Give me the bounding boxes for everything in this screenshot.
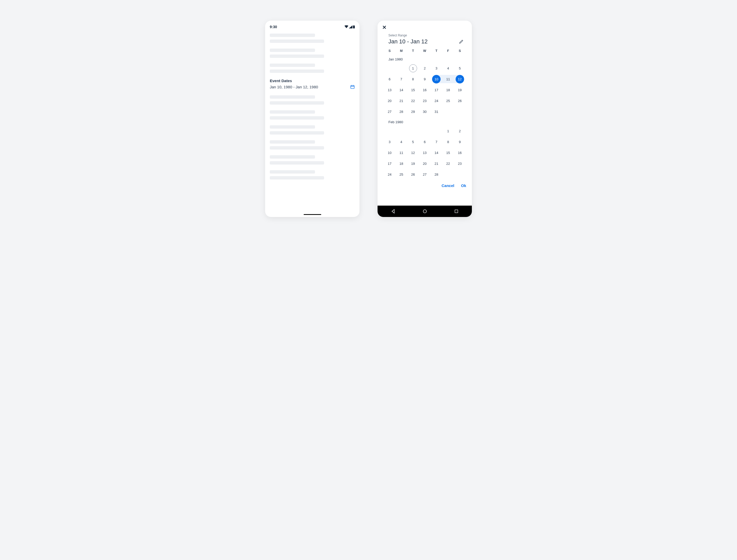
day-number: 16 — [423, 88, 427, 92]
day-cell[interactable]: 26 — [407, 170, 419, 179]
day-cell[interactable]: 30 — [419, 107, 431, 116]
day-cell[interactable]: 9 — [454, 137, 466, 146]
day-cell[interactable]: 15 — [442, 148, 454, 157]
day-cell[interactable]: 17 — [431, 85, 442, 94]
weekday-row: SMTWTFS — [378, 49, 472, 53]
day-cell[interactable]: 13 — [384, 85, 396, 94]
day-cell[interactable]: 25 — [396, 170, 407, 179]
day-cell[interactable]: 14 — [431, 148, 442, 157]
ok-button[interactable]: Ok — [461, 183, 466, 188]
day-cell[interactable]: 8 — [407, 75, 419, 83]
day-cell[interactable]: 7 — [431, 137, 442, 146]
day-cell[interactable]: 21 — [396, 96, 407, 105]
day-cell[interactable]: 22 — [442, 159, 454, 168]
weekday-label: S — [384, 49, 396, 53]
nav-back-icon[interactable] — [391, 209, 396, 214]
day-cell[interactable]: 16 — [419, 85, 431, 94]
day-number: 9 — [459, 140, 461, 144]
day-cell[interactable]: 9 — [419, 75, 431, 83]
day-number: 21 — [400, 99, 403, 103]
day-cell[interactable]: 20 — [419, 159, 431, 168]
phone-date-picker: ✕ Select Range Jan 10 - Jan 12 SMTWTFS J… — [378, 21, 472, 217]
day-cell[interactable]: 6 — [419, 137, 431, 146]
day-cell[interactable]: 18 — [442, 85, 454, 94]
skeleton-line — [270, 116, 324, 120]
skeleton-group — [270, 125, 355, 135]
skeleton-group — [270, 64, 355, 73]
svg-rect-2 — [351, 85, 354, 89]
day-number: 2 — [424, 66, 426, 70]
day-number: 25 — [446, 99, 450, 103]
skeleton-group — [270, 95, 355, 105]
day-cell[interactable]: 5 — [454, 64, 466, 73]
day-cell[interactable]: 26 — [454, 96, 466, 105]
day-cell[interactable]: 21 — [431, 159, 442, 168]
calendar-icon[interactable] — [350, 84, 355, 89]
day-empty — [396, 127, 407, 135]
day-cell[interactable]: 27 — [384, 107, 396, 116]
day-cell[interactable]: 16 — [454, 148, 466, 157]
month-label: Feb 1980 — [378, 119, 472, 127]
close-icon[interactable]: ✕ — [382, 25, 387, 30]
event-dates-field[interactable]: Event Dates Jan 10, 1980 - Jan 12, 1980 — [270, 79, 355, 89]
day-cell[interactable]: 7 — [396, 75, 407, 83]
day-cell[interactable]: 1 — [407, 64, 419, 73]
day-number: 22 — [411, 99, 415, 103]
day-cell[interactable]: 10 — [384, 148, 396, 157]
day-cell[interactable]: 6 — [384, 75, 396, 83]
day-cell[interactable]: 29 — [407, 107, 419, 116]
day-number: 30 — [423, 110, 427, 114]
day-number: 22 — [446, 162, 450, 166]
day-number: 12 — [411, 151, 415, 155]
day-cell[interactable]: 1 — [442, 127, 454, 135]
skeleton-line — [270, 95, 315, 99]
day-cell[interactable]: 12 — [454, 75, 466, 83]
day-cell[interactable]: 28 — [431, 170, 442, 179]
select-range-label: Select Range — [389, 34, 428, 37]
day-cell[interactable]: 13 — [419, 148, 431, 157]
day-cell[interactable]: 31 — [431, 107, 442, 116]
day-cell[interactable]: 5 — [407, 137, 419, 146]
day-cell[interactable]: 4 — [396, 137, 407, 146]
day-cell[interactable]: 3 — [431, 64, 442, 73]
edit-icon[interactable] — [459, 39, 464, 45]
day-number: 10 — [435, 77, 438, 81]
nav-recent-icon[interactable] — [454, 209, 459, 213]
day-cell[interactable]: 2 — [454, 127, 466, 135]
day-cell[interactable]: 27 — [419, 170, 431, 179]
day-cell[interactable]: 23 — [454, 159, 466, 168]
day-cell[interactable]: 15 — [407, 85, 419, 94]
day-cell[interactable]: 24 — [384, 170, 396, 179]
day-cell[interactable]: 24 — [431, 96, 442, 105]
day-cell[interactable]: 8 — [442, 137, 454, 146]
day-cell[interactable]: 20 — [384, 96, 396, 105]
day-cell[interactable]: 28 — [396, 107, 407, 116]
day-cell[interactable]: 17 — [384, 159, 396, 168]
nav-home-icon[interactable] — [423, 209, 427, 214]
day-cell[interactable]: 12 — [407, 148, 419, 157]
weekday-label: T — [407, 49, 419, 53]
day-number: 21 — [435, 162, 438, 166]
day-cell[interactable]: 19 — [407, 159, 419, 168]
day-cell[interactable]: 14 — [396, 85, 407, 94]
cancel-button[interactable]: Cancel — [442, 183, 454, 188]
day-cell[interactable]: 22 — [407, 96, 419, 105]
skeleton-line — [270, 146, 324, 150]
day-cell[interactable]: 11 — [396, 148, 407, 157]
day-cell[interactable]: 2 — [419, 64, 431, 73]
day-number: 7 — [400, 77, 402, 81]
day-cell[interactable]: 18 — [396, 159, 407, 168]
day-number: 4 — [400, 140, 402, 144]
day-cell[interactable]: 10 — [431, 75, 442, 83]
day-number: 18 — [446, 88, 450, 92]
day-cell[interactable]: 23 — [419, 96, 431, 105]
picker-actions: Cancel Ok — [378, 182, 472, 191]
day-cell[interactable]: 19 — [454, 85, 466, 94]
day-cell[interactable]: 3 — [384, 137, 396, 146]
calendar-scroll[interactable]: Jan 198012345678910111213141516171819202… — [378, 56, 472, 182]
day-number: 24 — [388, 173, 391, 176]
skeleton-line — [270, 110, 315, 114]
day-cell[interactable]: 11 — [442, 75, 454, 83]
day-cell[interactable]: 4 — [442, 64, 454, 73]
day-cell[interactable]: 25 — [442, 96, 454, 105]
